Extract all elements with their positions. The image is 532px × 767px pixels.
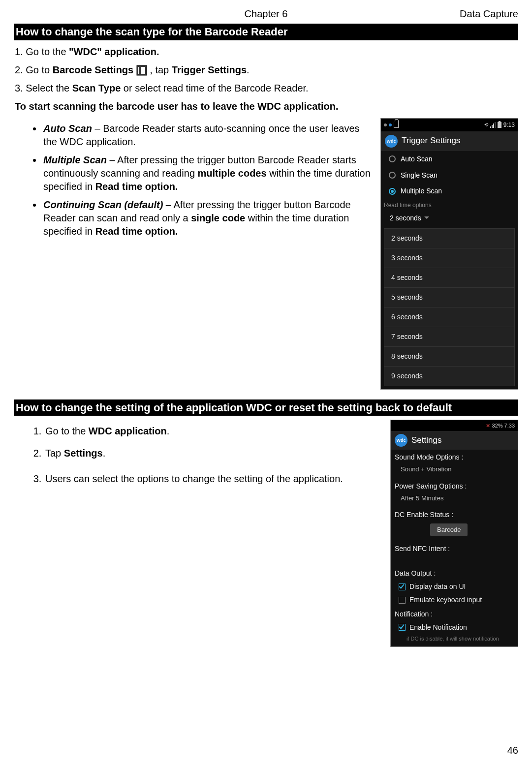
leave-wdc-note: To start scanning the barcode user has t… [15, 100, 518, 113]
sound-mode-value[interactable]: Sound + Vibration [391, 464, 518, 479]
status-dot-icon [384, 123, 387, 126]
read-time-dropdown: 2 seconds 3 seconds 4 seconds 5 seconds … [384, 228, 515, 386]
notification-subnote: if DC is disable, it will show notificat… [391, 634, 518, 646]
read-time-option[interactable]: 8 seconds [384, 346, 514, 366]
read-time-option[interactable]: 3 seconds [384, 248, 514, 268]
read-time-option[interactable]: 7 seconds [384, 327, 514, 346]
status-text: 32% 7:33 [492, 422, 515, 430]
radio-icon [389, 155, 396, 162]
section-heading-scan-type: How to change the scan type for the Barc… [14, 24, 518, 40]
read-time-option[interactable]: 2 seconds [384, 229, 514, 248]
step-2: 2. Go to Barcode Settings , tap Trigger … [15, 63, 518, 77]
wdc-logo-icon: Wdc [385, 135, 398, 148]
header-chapter: Chapter 6 [0, 7, 532, 21]
trigger-settings-screenshot: ⟲ 9:13 Wdc Trigger Settings Auto Scan [380, 118, 518, 390]
barcode-settings-icon [136, 65, 147, 76]
checkbox-checked-icon [399, 583, 406, 590]
radio-auto-scan[interactable]: Auto Scan [381, 151, 518, 167]
read-time-option[interactable]: 9 seconds [384, 366, 514, 386]
bullet-auto-scan: Auto Scan – Barcode Reader starts auto-s… [42, 122, 372, 149]
enable-notification-checkbox[interactable]: Enable Notification [391, 621, 518, 634]
checkbox-icon [399, 597, 406, 604]
nfc-icon: ⟲ [484, 122, 488, 128]
power-saving-label: Power Saving Options : [391, 479, 518, 493]
checkbox-checked-icon [399, 624, 406, 631]
read-time-spinner[interactable]: 2 seconds [381, 211, 518, 227]
svg-rect-5 [143, 67, 144, 74]
status-time: 9:13 [503, 121, 515, 129]
read-time-option[interactable]: 6 seconds [384, 307, 514, 327]
page-number: 46 [507, 744, 518, 757]
sound-mode-label: Sound Mode Options : [391, 450, 518, 464]
svg-rect-6 [144, 67, 145, 74]
radio-icon [389, 172, 396, 179]
signal-icon [490, 122, 496, 128]
svg-rect-3 [141, 67, 142, 74]
radio-selected-icon [389, 188, 396, 195]
bullet-multiple-scan: Multiple Scan – After pressing the trigg… [42, 153, 372, 193]
radio-multiple-scan[interactable]: Multiple Scan [381, 183, 518, 199]
send-nfc-label: Send NFC Intent : [391, 541, 518, 555]
read-time-label: Read time options [381, 199, 518, 210]
close-icon: ✕ [486, 422, 490, 430]
status-dot-icon [389, 123, 392, 126]
step2-1: Go to the WDC application. [44, 425, 381, 438]
dc-enable-button[interactable]: Barcode [430, 523, 468, 536]
screen-title: Settings [411, 435, 441, 446]
svg-rect-2 [140, 67, 140, 74]
read-time-option[interactable]: 4 seconds [384, 268, 514, 287]
section-heading-wdc-settings: How to change the setting of the applica… [14, 399, 518, 416]
battery-icon [498, 122, 501, 128]
screen-title: Trigger Settings [402, 135, 460, 147]
chevron-down-icon [424, 216, 429, 219]
step-1: 1. Go to the "WDC" application. [15, 45, 518, 59]
settings-screenshot: ✕ 32% 7:33 Wdc Settings Sound Mode Optio… [390, 420, 518, 647]
data-output-label: Data Output : [391, 566, 518, 580]
power-saving-value[interactable]: After 5 Minutes [391, 493, 518, 508]
svg-rect-1 [138, 67, 139, 74]
bullet-continuing-scan: Continuing Scan (default) – After pressi… [42, 198, 372, 238]
dc-enable-label: DC Enable Status : [391, 507, 518, 522]
lock-icon [394, 122, 399, 128]
wdc-logo-icon: Wdc [395, 434, 407, 447]
svg-rect-4 [142, 67, 143, 74]
radio-single-scan[interactable]: Single Scan [381, 167, 518, 184]
notification-label: Notification : [391, 607, 518, 621]
emulate-keyboard-checkbox[interactable]: Emulate keyboard input [391, 593, 518, 607]
step-3: 3. Select the Scan Type or select read t… [15, 82, 518, 95]
step2-2: Tap Settings. [44, 447, 381, 460]
display-on-ui-checkbox[interactable]: Display data on UI [391, 580, 518, 593]
step2-3: Users can select the options to change t… [44, 469, 381, 489]
read-time-option[interactable]: 5 seconds [384, 287, 514, 307]
